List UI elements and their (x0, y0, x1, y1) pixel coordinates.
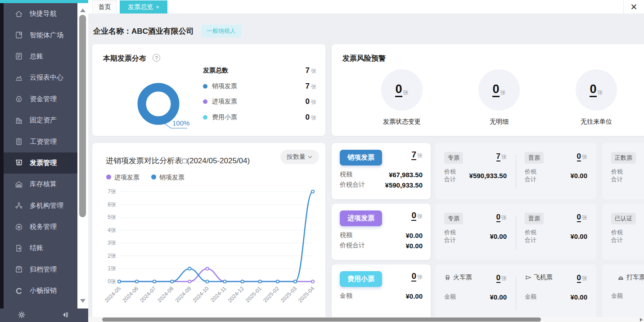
settings-gear-icon[interactable] (17, 310, 27, 320)
horizontal-scrollbar-thumb[interactable] (102, 318, 541, 322)
cloud-report-icon (14, 73, 23, 82)
svg-text:2025-03: 2025-03 (279, 285, 298, 304)
legend-item[interactable]: 销项发票 (151, 174, 185, 182)
amount-label: 价税合计 (611, 229, 625, 244)
sidebar-item-tax[interactable]: 税务管理 (4, 216, 77, 237)
window-close-button[interactable]: ✕ (623, 0, 644, 13)
count-link[interactable]: 0张 (577, 213, 587, 221)
donut-percentage-label: 100% (172, 119, 189, 127)
sidebar-item-cloud-report[interactable]: 云报表中心 (4, 67, 77, 88)
sidebar-scrollbar-thumb[interactable] (79, 15, 86, 217)
amount-label: 价税合计 (525, 168, 538, 183)
sidebar-nav: 快捷导航 智能体广场 总账 云报表中心 资金管理 固定资产 工资管理 发票管理 … (4, 3, 77, 322)
svg-text:2024-08: 2024-08 (156, 285, 175, 304)
type-badge: 普票 (525, 152, 544, 164)
sub-stat: 普票0张 价税合计 ¥0.00 (516, 204, 596, 260)
amount-label: 价税合计 (525, 229, 538, 244)
svg-text:2025-01: 2025-01 (244, 285, 263, 304)
general-ledger-icon (14, 52, 23, 61)
sidebar-item-agent-plaza[interactable]: 智能体广场 (4, 24, 77, 45)
panel-sub-card: 专票0张 价税合计 ¥0.00 普票0张 价税合计 ¥0.00 (435, 204, 596, 260)
category-button[interactable]: 进项发票 (340, 210, 382, 226)
filter-by-quantity-dropdown[interactable]: 按数量 (280, 150, 319, 164)
amount-label: 税额 (340, 170, 352, 179)
legend-dot (106, 174, 111, 179)
sidebar-item-closing[interactable]: 结账 (4, 237, 77, 259)
count-link[interactable]: 0张 (577, 152, 587, 160)
panel-row: 销项发票 7张 税额¥67,983.50价税合计¥590,933.50 专票7张… (332, 143, 644, 199)
sidebar-item-payroll[interactable]: 工资管理 (4, 131, 77, 152)
horizontal-scrollbar[interactable] (88, 317, 644, 322)
panel-row: 进项发票 0张 税额¥0.00价税合计¥0.00 专票0张 价税合计 ¥0.00… (332, 204, 644, 260)
company-title: 企业名称：ABC酒业有限公司 (93, 26, 194, 36)
count-link[interactable]: 0张 (496, 213, 507, 221)
risk-circle: 0 张 (478, 69, 520, 111)
type-badge: 已认证 (611, 213, 636, 224)
sidebar-top-accent-bar (0, 0, 88, 3)
svg-text:7张: 7张 (108, 188, 116, 195)
risk-item-status-change: 0 张 发票状态变更 (381, 69, 423, 126)
amount-label: 价税合计 (340, 181, 365, 189)
sidebar-item-funds[interactable]: 资金管理 (4, 89, 77, 110)
category-button[interactable]: 费用小票 (340, 271, 382, 287)
sidebar-item-archive[interactable]: 归档管理 (4, 259, 77, 280)
sidebar-item-label: 云报表中心 (30, 73, 63, 82)
taxpayer-type-badge: 一般纳税人 (201, 25, 241, 37)
sidebar-item-invoice[interactable]: 发票管理 (4, 152, 77, 174)
count-link[interactable]: 0张 (411, 210, 423, 220)
amount-value: ¥0.00 (405, 242, 423, 250)
panel-tail-card: 打车票 金额 (602, 264, 644, 321)
sidebar-item-multi-org[interactable]: 多机构管理 (4, 195, 77, 216)
tab-close-icon[interactable]: × (156, 4, 159, 10)
legend-item[interactable]: 进项发票 (106, 174, 140, 182)
count-link[interactable]: 0张 (411, 271, 423, 281)
amount-label: 金额 (340, 292, 352, 300)
distribution-legend-row: 进项发票 0张 (203, 94, 316, 110)
count-link[interactable]: 0张 (496, 274, 507, 282)
sub-stat: 飞机票0张 金额 ¥0.00 (516, 264, 596, 321)
sidebar-scrollbar[interactable] (77, 3, 88, 309)
taxi-icon (617, 274, 624, 281)
panel-main-card: 销项发票 7张 税额¥67,983.50价税合计¥590,933.50 (332, 143, 431, 199)
type-badge: 普票 (525, 213, 544, 224)
svg-text:2024-12: 2024-12 (227, 285, 245, 304)
amount-label: 税额 (340, 231, 352, 239)
svg-text:1张: 1张 (108, 265, 116, 272)
collapse-sidebar-icon[interactable] (60, 310, 70, 320)
count-link[interactable]: 7张 (411, 150, 423, 160)
funds-icon (14, 94, 23, 103)
type-badge: 专票 (444, 213, 463, 224)
svg-text:5张: 5张 (108, 214, 116, 220)
donut-chart: 100% (97, 58, 200, 139)
sidebar-item-fixed-assets[interactable]: 固定资产 (4, 110, 77, 131)
invoice-icon (14, 158, 23, 167)
ticket-type: 打车票 (617, 273, 644, 282)
count-link[interactable]: 0张 (577, 274, 587, 282)
scroll-right-arrow-icon[interactable] (640, 318, 643, 322)
sub-stat: 普票0张 价税合计 ¥0.00 (516, 143, 596, 199)
panel-tail-card: 正数票 价税合计 ¥59 (602, 143, 644, 199)
tab-invoice-overview[interactable]: 发票总览 × (120, 0, 167, 13)
svg-text:2024-07: 2024-07 (139, 285, 157, 304)
amount-value: ¥0.00 (490, 233, 507, 240)
chart-legend: 进项发票 销项发票 (106, 174, 185, 182)
home-icon (14, 9, 23, 18)
sidebar-item-xiaochang-logo[interactable]: 小畅报销 (4, 280, 77, 301)
panel-main-card: 进项发票 0张 税额¥0.00价税合计¥0.00 (332, 204, 431, 260)
svg-text:0张: 0张 (108, 278, 116, 285)
sidebar-item-home[interactable]: 快捷导航 (4, 3, 77, 24)
svg-text:2025-02: 2025-02 (262, 285, 280, 304)
sidebar-item-label: 小畅报销 (30, 286, 57, 295)
svg-text:2024-06: 2024-06 (121, 285, 140, 304)
sidebar-item-inventory[interactable]: 库存核算 (4, 174, 77, 195)
sidebar-item-general-ledger[interactable]: 总账 (4, 46, 77, 67)
scroll-down-arrow-icon[interactable] (80, 299, 86, 303)
sidebar-item-label: 结账 (30, 244, 43, 252)
main-content: 企业名称：ABC酒业有限公司 一般纳税人 本期发票分布 ? 100% 发票总数 … (88, 13, 644, 322)
tab-home[interactable]: 首页 (92, 0, 117, 13)
count-link[interactable]: 7张 (496, 152, 507, 160)
panel-sub-card: 火车票0张 金额 ¥0.00 飞机票0张 金额 ¥0.00 (435, 264, 596, 321)
category-button[interactable]: 销项发票 (340, 150, 382, 165)
scroll-up-arrow-icon[interactable] (80, 9, 86, 12)
risk-item-no-detail: 0 张 无明细 (478, 69, 520, 126)
